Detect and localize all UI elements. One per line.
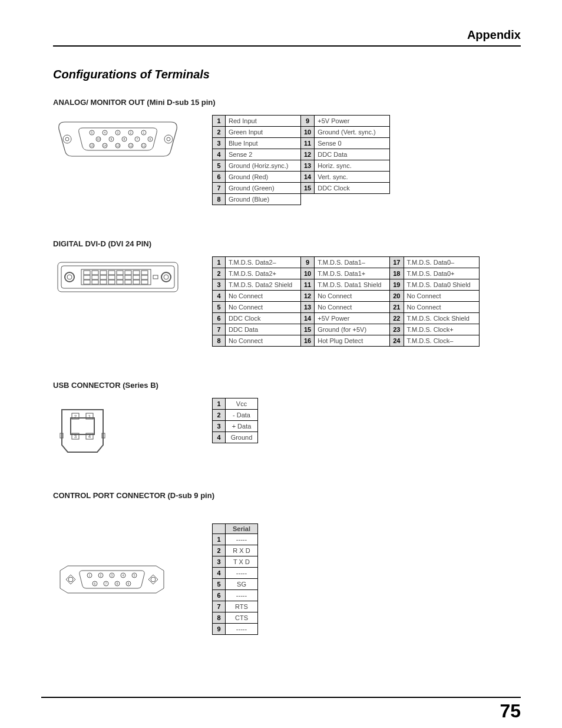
pin-num: 2 [213,268,226,279]
svg-text:4: 4 [123,574,124,577]
pin-label: Ground (Horiz.sync.) [226,160,301,172]
pin-num: 7 [213,324,226,335]
svg-text:13: 13 [116,144,120,147]
svg-rect-46 [125,271,131,275]
svg-rect-66 [71,418,94,434]
pin-label: Ground (Red) [226,172,301,183]
pin-label: T.M.D.S. Data2– [226,257,301,268]
pin-num: 8 [213,194,226,205]
pin-num: 1 [213,534,226,545]
svg-text:10: 10 [97,137,100,141]
pin-num: 4 [213,291,226,302]
pin-num: 10 [301,268,315,279]
pin-num: 24 [390,335,404,347]
pin-num: 21 [390,302,404,313]
pin-label: Ground (Vert. sync.) [315,127,390,138]
pin-num: 3 [213,279,226,291]
analog-diagram: 5 4 3 2 1 10 9 8 7 6 15 14 13 [53,115,189,162]
pin-label: T.M.D.S. Data1 Shield [315,279,390,291]
svg-rect-41 [84,271,90,275]
pin-num: 12 [301,291,315,302]
pin-label: DDC Data [315,149,390,160]
svg-point-1 [65,137,69,141]
svg-text:8: 8 [124,137,125,141]
pin-num: 3 [213,138,226,149]
pin-label: Ground (for +5V) [315,324,390,335]
pin-label: No Connect [404,302,479,313]
pin-label: DDC Clock [226,313,301,324]
pin-label: Green Input [226,127,301,138]
svg-point-2 [164,135,173,143]
pin-label: T.M.D.S. Clock Shield [404,313,479,324]
page-number: 75 [500,700,521,722]
pin-num: 13 [301,160,315,172]
table-row: 5Ground (Horiz.sync.)13Horiz. sync. [213,160,390,172]
pin-label: DDC Data [226,324,301,335]
pin-num: 3 [213,556,226,568]
svg-text:12: 12 [129,144,133,147]
serial-label: CONTROL PORT CONNECTOR (D-sub 9 pin) [53,491,521,500]
pin-label: Red Input [226,116,301,127]
dvi-section: DIGITAL DVI-D (DVI 24 PIN) [53,239,521,347]
pin-label: ----- [226,534,258,545]
dvi-pin-table: 1T.M.D.S. Data2–9T.M.D.S. Data1–17T.M.D.… [212,256,480,347]
svg-text:15: 15 [90,144,94,147]
pin-num: 2 [213,545,226,556]
pin-num: 5 [213,302,226,313]
table-row: 1----- [213,534,258,545]
pin-label: T.M.D.S. Data0– [404,257,479,268]
serial-header: Serial [226,524,258,534]
svg-text:7: 7 [137,137,138,141]
pin-num: 23 [390,324,404,335]
table-row: 5No Connect13No Connect21No Connect [213,302,480,313]
svg-point-78 [151,577,156,582]
svg-text:11: 11 [142,144,146,147]
svg-text:2: 2 [74,414,77,419]
pin-num: 18 [390,268,404,279]
svg-text:9: 9 [111,137,113,141]
pin-label: No Connect [315,291,390,302]
pin-label: T.M.D.S. Data1+ [315,268,390,279]
pin-num: 7 [213,183,226,194]
pin-label: Hot Plug Detect [315,335,390,347]
table-row: 7RTS [213,601,258,612]
table-row: 3T X D [213,556,258,568]
svg-text:4: 4 [88,434,91,439]
pin-label: T.M.D.S. Data2+ [226,268,301,279]
pin-num: 20 [390,291,404,302]
serial-pin-table: Serial 1-----2R X D3T X D4-----5SG6-----… [212,523,258,635]
dvi-diagram [53,256,189,298]
analog-pin-table: 1Red Input9+5V Power2Green Input10Ground… [212,115,390,205]
pin-num: 1 [213,257,226,268]
pin-label: T.M.D.S. Data0 Shield [404,279,479,291]
svg-rect-59 [100,280,107,284]
usb-label: USB CONNECTOR (Series B) [53,381,521,390]
pin-num: 14 [301,172,315,183]
table-row: 3+ Data [213,421,258,432]
pin-num: 6 [213,313,226,324]
table-row: 1T.M.D.S. Data2–9T.M.D.S. Data1–17T.M.D.… [213,257,480,268]
svg-text:7: 7 [105,582,107,585]
serial-diagram: 1 2 3 4 5 6 7 8 9 [53,559,189,600]
table-row: 4Ground [213,432,258,443]
svg-text:5: 5 [134,574,135,577]
pin-num: 14 [301,313,315,324]
pin-num: 6 [213,172,226,183]
svg-text:3: 3 [117,131,119,134]
pin-label: + Data [226,421,258,432]
pin-label: No Connect [404,291,479,302]
pin-label: T.M.D.S. Data1– [315,257,390,268]
pin-label: R X D [226,545,258,556]
pin-num: 8 [213,612,226,624]
table-row: 3T.M.D.S. Data2 Shield11T.M.D.S. Data1 S… [213,279,480,291]
svg-point-37 [67,275,72,279]
svg-point-3 [167,137,170,141]
pin-label: +5V Power [315,313,390,324]
pin-num: 1 [213,398,226,410]
svg-rect-42 [92,271,98,275]
pin-label: T.M.D.S. Clock– [404,335,479,347]
svg-rect-57 [84,280,90,284]
table-row: 4No Connect12No Connect20No Connect [213,291,480,302]
svg-text:4: 4 [104,131,106,134]
svg-rect-50 [92,275,98,279]
